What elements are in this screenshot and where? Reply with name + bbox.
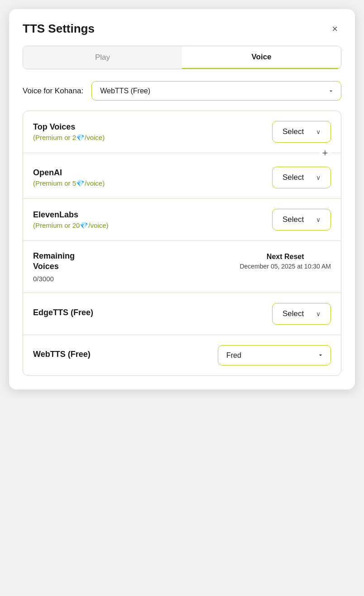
plus-icon: +	[319, 147, 331, 159]
top-voices-section: Top Voices (Premium or 2💎/voice) Select …	[23, 111, 341, 153]
modal-header: TTS Settings ×	[23, 22, 341, 36]
openai-section: OpenAI (Premium or 5💎/voice) Select ∨	[23, 153, 341, 199]
voice-for-row: Voice for Kohana: WebTTS (Free) OpenAI E…	[23, 81, 341, 101]
chevron-down-icon: ∨	[316, 174, 321, 181]
chevron-down-icon: ∨	[316, 310, 321, 317]
sections-container: Top Voices (Premium or 2💎/voice) Select …	[23, 111, 341, 376]
close-button[interactable]: ×	[328, 22, 341, 36]
elevenlabs-section: ElevenLabs (Premium or 20💎/voice) Select…	[23, 199, 341, 241]
modal-title: TTS Settings	[23, 22, 95, 36]
voice-for-select[interactable]: WebTTS (Free) OpenAI ElevenLabs EdgeTTS …	[91, 81, 341, 101]
remaining-left: RemainingVoices 0/3000	[33, 251, 239, 283]
top-voices-left: Top Voices (Premium or 2💎/voice)	[33, 122, 272, 142]
chevron-down-icon: ∨	[316, 216, 321, 223]
top-voices-subtitle: (Premium or 2💎/voice)	[33, 134, 272, 142]
elevenlabs-select-button[interactable]: Select ∨	[272, 209, 331, 231]
tab-bar: Play Voice	[23, 46, 341, 69]
edgetts-title: EdgeTTS (Free)	[33, 308, 272, 317]
elevenlabs-subtitle: (Premium or 20💎/voice)	[33, 221, 272, 230]
webtts-section: WebTTS (Free) Fred Alex Samantha Victori…	[23, 335, 341, 375]
edgetts-section: EdgeTTS (Free) Select ∨	[23, 293, 341, 335]
remaining-right: Next Reset December 05, 2025 at 10:30 AM	[239, 251, 331, 270]
chevron-down-icon: ∨	[316, 128, 321, 135]
top-voices-select-button[interactable]: Select ∨	[272, 121, 331, 143]
remaining-voices-section: RemainingVoices 0/3000 Next Reset Decemb…	[23, 241, 341, 293]
remaining-title: RemainingVoices	[33, 251, 239, 272]
tab-play[interactable]: Play	[23, 46, 182, 69]
openai-left: OpenAI (Premium or 5💎/voice)	[33, 168, 272, 187]
top-voices-title: Top Voices	[33, 122, 272, 132]
openai-title: OpenAI	[33, 168, 272, 178]
edgetts-left: EdgeTTS (Free)	[33, 308, 272, 319]
next-reset-date: December 05, 2025 at 10:30 AM	[239, 263, 331, 270]
openai-subtitle: (Premium or 5💎/voice)	[33, 179, 272, 187]
webtts-voice-select[interactable]: Fred Alex Samantha Victoria Tom	[218, 345, 331, 365]
elevenlabs-left: ElevenLabs (Premium or 20💎/voice)	[33, 210, 272, 230]
tts-settings-modal: TTS Settings × Play Voice Voice for Koha…	[9, 9, 355, 389]
webtts-title: WebTTS (Free)	[33, 350, 91, 359]
elevenlabs-title: ElevenLabs	[33, 210, 272, 220]
remaining-count: 0/3000	[33, 275, 239, 283]
edgetts-select-button[interactable]: Select ∨	[272, 303, 331, 325]
tab-voice[interactable]: Voice	[182, 46, 341, 69]
voice-for-label: Voice for Kohana:	[23, 87, 83, 96]
next-reset-label: Next Reset	[239, 253, 331, 261]
openai-select-button[interactable]: Select ∨	[272, 167, 331, 188]
